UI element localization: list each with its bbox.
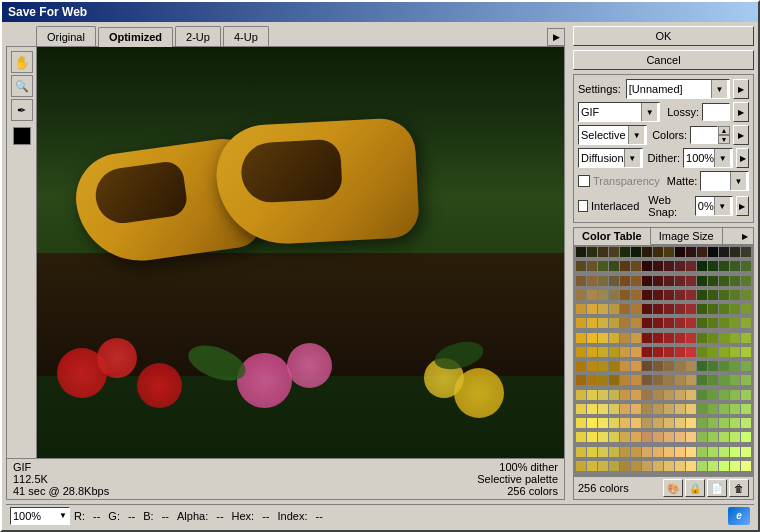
color-cell[interactable] <box>587 375 597 385</box>
color-cell[interactable] <box>741 347 751 357</box>
color-cell[interactable] <box>576 247 586 257</box>
lock-color-button[interactable]: 🔒 <box>685 479 705 497</box>
color-cell[interactable] <box>587 261 597 271</box>
color-cell[interactable] <box>686 333 696 343</box>
color-cell[interactable] <box>609 390 619 400</box>
color-cell[interactable] <box>686 375 696 385</box>
color-cell[interactable] <box>609 418 619 428</box>
color-cell[interactable] <box>675 318 685 328</box>
colors-spinner-down[interactable]: ▼ <box>718 135 730 144</box>
color-cell[interactable] <box>620 390 630 400</box>
color-cell[interactable] <box>609 432 619 442</box>
transparency-checkbox[interactable] <box>578 175 590 187</box>
color-cell[interactable] <box>587 304 597 314</box>
color-cell[interactable] <box>598 247 608 257</box>
color-cell[interactable] <box>664 304 674 314</box>
color-cell[interactable] <box>708 390 718 400</box>
color-cell[interactable] <box>598 404 608 414</box>
color-cell[interactable] <box>598 390 608 400</box>
color-cell[interactable] <box>664 247 674 257</box>
color-cell[interactable] <box>730 390 740 400</box>
color-cell[interactable] <box>620 375 630 385</box>
color-cell[interactable] <box>675 375 685 385</box>
color-cell[interactable] <box>697 418 707 428</box>
tab-optimized[interactable]: Optimized <box>98 27 173 47</box>
color-cell[interactable] <box>719 247 729 257</box>
color-cell[interactable] <box>675 347 685 357</box>
color-cell[interactable] <box>598 318 608 328</box>
color-cell[interactable] <box>697 432 707 442</box>
color-cell[interactable] <box>620 333 630 343</box>
color-cell[interactable] <box>609 247 619 257</box>
settings-dropdown-arrow[interactable]: ▼ <box>711 80 727 98</box>
color-cell[interactable] <box>653 447 663 457</box>
color-cell[interactable] <box>664 447 674 457</box>
color-cell[interactable] <box>631 276 641 286</box>
color-cell[interactable] <box>642 404 652 414</box>
color-cell[interactable] <box>730 447 740 457</box>
color-cell[interactable] <box>587 318 597 328</box>
color-cell[interactable] <box>609 261 619 271</box>
dither-dropdown[interactable]: 100% ▼ <box>683 148 733 168</box>
color-cell[interactable] <box>653 318 663 328</box>
color-cell[interactable] <box>587 247 597 257</box>
color-cell[interactable] <box>708 276 718 286</box>
color-cell[interactable] <box>609 304 619 314</box>
color-cell[interactable] <box>730 247 740 257</box>
color-cell[interactable] <box>587 347 597 357</box>
color-cell[interactable] <box>708 447 718 457</box>
color-cell[interactable] <box>598 347 608 357</box>
color-cell[interactable] <box>730 361 740 371</box>
color-cell[interactable] <box>642 261 652 271</box>
color-cell[interactable] <box>719 418 729 428</box>
color-cell[interactable] <box>620 290 630 300</box>
color-cell[interactable] <box>576 318 586 328</box>
selective-dropdown[interactable]: Selective ▼ <box>578 125 647 145</box>
color-cell[interactable] <box>609 361 619 371</box>
color-cell[interactable] <box>631 432 641 442</box>
color-cell[interactable] <box>686 432 696 442</box>
color-cell[interactable] <box>697 290 707 300</box>
interlaced-checkbox[interactable] <box>578 200 588 212</box>
color-cell[interactable] <box>620 432 630 442</box>
color-cell[interactable] <box>653 247 663 257</box>
color-cell[interactable] <box>675 247 685 257</box>
color-cell[interactable] <box>719 304 729 314</box>
color-cell[interactable] <box>730 461 740 471</box>
dither-options-btn[interactable]: ▶ <box>736 148 749 168</box>
color-cell[interactable] <box>642 447 652 457</box>
color-cell[interactable] <box>708 375 718 385</box>
color-cell[interactable] <box>609 347 619 357</box>
color-cell[interactable] <box>708 461 718 471</box>
color-cell[interactable] <box>576 361 586 371</box>
color-cell[interactable] <box>653 333 663 343</box>
color-cell[interactable] <box>576 304 586 314</box>
color-cell[interactable] <box>697 375 707 385</box>
color-cell[interactable] <box>642 247 652 257</box>
color-cell[interactable] <box>642 432 652 442</box>
color-cell[interactable] <box>686 461 696 471</box>
matte-dropdown[interactable]: ▼ <box>700 171 749 191</box>
color-cell[interactable] <box>620 418 630 428</box>
color-cell[interactable] <box>631 261 641 271</box>
color-cell[interactable] <box>587 418 597 428</box>
color-cell[interactable] <box>653 404 663 414</box>
color-cell[interactable] <box>587 447 597 457</box>
color-cell[interactable] <box>576 276 586 286</box>
color-cell[interactable] <box>587 461 597 471</box>
color-cell[interactable] <box>686 318 696 328</box>
color-cell[interactable] <box>576 375 586 385</box>
color-cell[interactable] <box>730 404 740 414</box>
color-cell[interactable] <box>576 390 586 400</box>
add-color-button[interactable]: 🎨 <box>663 479 683 497</box>
color-cell[interactable] <box>708 304 718 314</box>
color-cell[interactable] <box>719 261 729 271</box>
color-cell[interactable] <box>642 347 652 357</box>
new-color-button[interactable]: 📄 <box>707 479 727 497</box>
color-cell[interactable] <box>741 390 751 400</box>
color-cell[interactable] <box>598 361 608 371</box>
color-cell[interactable] <box>598 304 608 314</box>
diffusion-dropdown[interactable]: Diffusion ▼ <box>578 148 643 168</box>
ok-button[interactable]: OK <box>573 26 754 46</box>
color-cell[interactable] <box>576 447 586 457</box>
